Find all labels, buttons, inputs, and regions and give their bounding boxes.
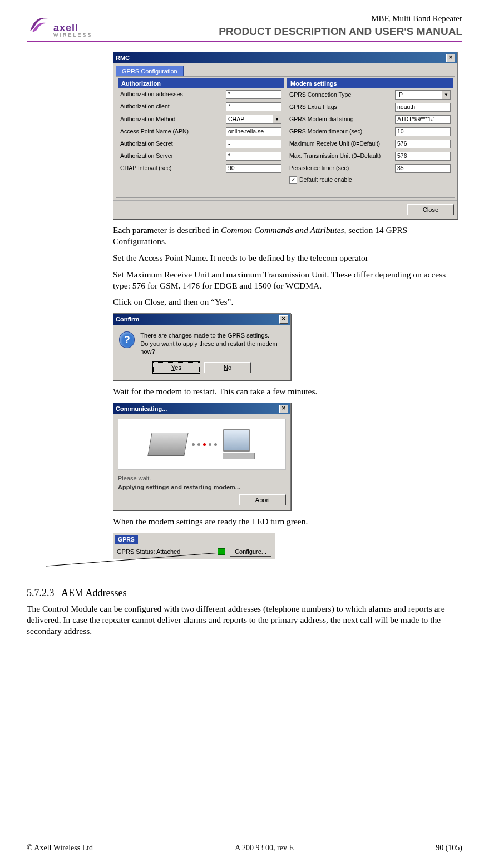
gprs-header: GPRS xyxy=(115,535,138,544)
label-mru: Maximum Receive Unit (0=Default) xyxy=(289,140,392,147)
no-button[interactable]: No xyxy=(204,362,251,373)
checkbox-default-route[interactable]: ✓Default route enable xyxy=(287,175,453,186)
modem-settings-header: Modem settings xyxy=(287,78,453,88)
input-modem-timeout[interactable]: 10 xyxy=(395,127,451,136)
select-conn-type[interactable]: IP▼ xyxy=(395,90,451,100)
confirm-title: Confirm xyxy=(116,315,139,323)
comm-wait-text: Please wait. xyxy=(118,474,286,482)
input-auth-secret[interactable]: - xyxy=(226,140,281,148)
chevron-down-icon: ▼ xyxy=(442,91,450,99)
input-apn[interactable]: online.telia.se xyxy=(226,127,281,136)
tab-gprs-config[interactable]: GPRS Configuration xyxy=(116,66,184,76)
confirm-dialog: Confirm ✕ ? There are changes made to th… xyxy=(113,313,291,380)
input-extra-flags[interactable]: noauth xyxy=(395,103,451,112)
select-auth-method[interactable]: CHAP▼ xyxy=(226,115,281,124)
label-auth-server: Authorization Server xyxy=(120,152,223,160)
input-dial-string[interactable]: ATDT*99***1# xyxy=(395,115,451,124)
modem-icon xyxy=(147,433,188,456)
label-extra-flags: GPRS Extra Flags xyxy=(289,103,392,111)
input-mtu[interactable]: 576 xyxy=(395,152,451,161)
paragraph: Each parameter is described in Common Co… xyxy=(113,225,462,247)
confirm-message: There are changes made to the GPRS setti… xyxy=(140,331,285,355)
product-subtitle: PRODUCT DESCRIPTION AND USER'S MANUAL xyxy=(219,26,462,38)
label-default-route: Default route enable xyxy=(299,176,352,183)
label-chap-interval: CHAP Interval (sec) xyxy=(120,165,223,172)
close-button[interactable]: Close xyxy=(407,204,454,215)
communication-graphic xyxy=(118,419,286,470)
rmc-titlebar: RMC ✕ xyxy=(113,52,457,63)
input-persist[interactable]: 35 xyxy=(395,164,451,173)
abort-button[interactable]: Abort xyxy=(239,494,286,505)
checkmark-icon: ✓ xyxy=(289,176,297,184)
rmc-window: RMC ✕ GPRS Configuration Authorization A… xyxy=(113,52,458,219)
authorization-panel: Authorization Authorization addresses* A… xyxy=(118,78,284,186)
computer-icon xyxy=(223,429,250,452)
label-auth-method: Authorization Method xyxy=(120,116,223,123)
modem-settings-panel: Modem settings GPRS Connection TypeIP▼ G… xyxy=(287,78,453,186)
label-dial-string: GPRS Modem dial string xyxy=(289,116,392,123)
svg-line-0 xyxy=(46,553,220,566)
close-icon[interactable]: ✕ xyxy=(446,54,455,62)
brand-logo: axell WIRELESS xyxy=(27,13,93,38)
close-icon[interactable]: ✕ xyxy=(279,405,288,413)
paragraph: Click on Close, and then on “Yes”. xyxy=(113,296,462,307)
rmc-title: RMC xyxy=(116,54,130,62)
comm-status-text: Applying settings and restarting modem..… xyxy=(118,483,286,491)
label-apn: Access Point Name (APN) xyxy=(120,128,223,135)
section-body: The Control Module can be configured wit… xyxy=(27,603,462,636)
paragraph: Set Maximum Receive Unit and maximum Tra… xyxy=(113,269,462,291)
communicating-dialog: Communicating... ✕ Please wait. Apply xyxy=(113,403,291,510)
paragraph: Wait for the modem to restart. This can … xyxy=(113,386,462,397)
configure-button[interactable]: Configure... xyxy=(230,547,271,557)
chevron-down-icon: ▼ xyxy=(273,115,281,123)
brand-sub: WIRELESS xyxy=(53,33,93,38)
input-auth-server[interactable]: * xyxy=(226,152,281,161)
input-chap-interval[interactable]: 90 xyxy=(226,164,281,173)
section-heading: 5.7.2.3 AEM Addresses xyxy=(27,587,462,599)
paragraph: When the modem settings are ready the LE… xyxy=(113,516,462,527)
comm-title: Communicating... xyxy=(116,405,167,413)
label-auth-secret: Authorization Secret xyxy=(120,140,223,147)
label-mtu: Max. Transmission Unit (0=Default) xyxy=(289,152,392,160)
footer-copyright: © Axell Wireless Ltd xyxy=(27,844,93,852)
label-conn-type: GPRS Connection Type xyxy=(289,91,392,98)
input-auth-client[interactable]: * xyxy=(226,102,281,111)
footer-page: 90 (105) xyxy=(436,844,462,852)
header-divider xyxy=(27,41,462,42)
brand-name: axell xyxy=(53,23,93,33)
product-title: MBF, Multi Band Repeater xyxy=(219,14,462,23)
label-persist: Persistence timer (sec) xyxy=(289,165,392,172)
footer-docnum: A 200 93 00, rev E xyxy=(235,844,294,852)
comm-titlebar: Communicating... ✕ xyxy=(113,403,290,414)
confirm-titlebar: Confirm ✕ xyxy=(113,314,290,325)
label-auth-client: Authorization client xyxy=(120,103,223,110)
input-auth-addresses[interactable]: * xyxy=(226,90,281,99)
yes-button[interactable]: Yes xyxy=(153,362,200,373)
question-icon: ? xyxy=(119,331,135,348)
label-modem-timeout: GPRS Modem timeout (sec) xyxy=(289,128,392,135)
authorization-header: Authorization xyxy=(118,78,284,88)
paragraph: Set the Access Point Name. It needs to b… xyxy=(113,252,462,264)
label-auth-addresses: Authorization addresses xyxy=(120,91,223,98)
close-icon[interactable]: ✕ xyxy=(279,315,288,324)
input-mru[interactable]: 576 xyxy=(395,140,451,148)
logo-swirl-icon xyxy=(27,13,51,38)
